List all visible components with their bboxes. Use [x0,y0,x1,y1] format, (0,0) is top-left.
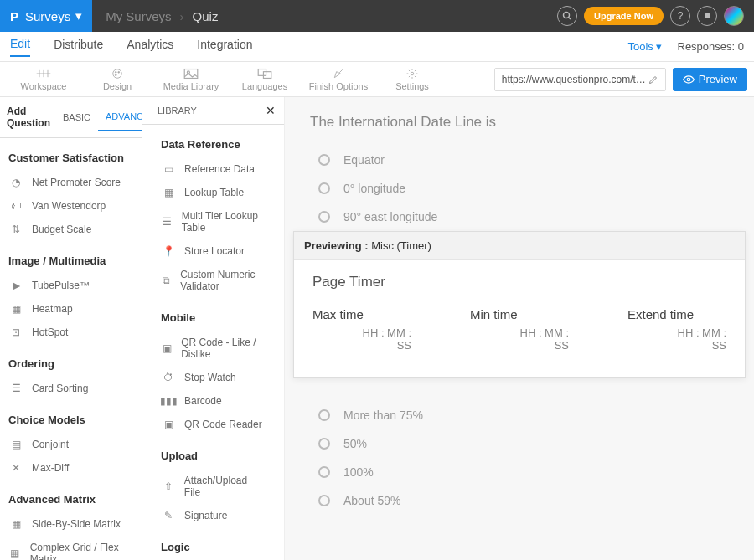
survey-url[interactable]: https://www.questionpro.com/t/AW22ZgMV [494,68,666,91]
signature-icon: ✎ [161,510,176,521]
tag-icon: 🏷 [8,200,23,212]
option-row[interactable]: 0° longitude [302,174,746,203]
cat-image-multimedia: Image / Multimedia [8,254,133,267]
option-label: More than 75% [343,408,423,422]
item-budget-scale[interactable]: ⇅Budget Scale [8,218,133,241]
tool-workspace[interactable]: Workspace [7,68,80,91]
tab-edit[interactable]: Edit [10,37,30,57]
radio-icon[interactable] [318,182,330,194]
radio-icon[interactable] [318,495,330,506]
cards-icon: ☰ [8,383,23,394]
item-maxdiff[interactable]: ✕Max-Diff [8,456,133,480]
item-multi-tier-lookup[interactable]: ☰Multi Tier Lookup Table [161,204,266,239]
breadcrumb: My Surveys › Quiz [92,9,218,23]
tools-icon: ✕ [8,462,23,474]
cat-choice-models: Choice Models [8,414,133,426]
preview-button[interactable]: Preview [673,68,747,91]
tab-analytics[interactable]: Analytics [127,38,173,56]
avatar[interactable] [724,6,744,26]
svg-point-15 [687,78,690,81]
pencil-icon[interactable] [648,74,658,85]
item-qr-like[interactable]: ▣QR Code - Like / Dislike [161,331,266,366]
tab-library[interactable]: LIBRARY [146,97,209,124]
item-van-westendorp[interactable]: 🏷Van Westendorp [8,194,133,218]
tool-media-label: Media Library [163,81,219,91]
item-conjoint[interactable]: ▤Conjoint [8,433,133,456]
option-row[interactable]: 90° east longitude [302,203,746,231]
svg-point-7 [115,71,116,73]
option-row[interactable]: More than 75% [302,401,746,429]
svg-point-14 [411,72,414,75]
video-icon: ▶ [8,280,23,291]
tool-settings-label: Settings [395,81,429,91]
cat-data-reference: Data Reference [161,138,266,151]
gauge-icon: ◔ [8,177,23,188]
item-net-promoter[interactable]: ◔Net Promoter Score [8,171,133,194]
add-question-label: Add Question [0,97,55,137]
item-heatmap[interactable]: ▦Heatmap [8,297,133,321]
upload-icon: ⇧ [161,480,176,492]
svg-rect-12 [258,69,266,75]
search-icon[interactable] [557,6,577,26]
close-icon[interactable]: ✕ [257,104,284,117]
radio-icon[interactable] [318,154,330,166]
tab-basic[interactable]: BASIC [55,104,98,131]
item-signature[interactable]: ✎Signature [161,504,266,527]
radio-icon[interactable] [318,466,330,478]
item-store-locator[interactable]: 📍Store Locator [161,239,266,263]
tool-design[interactable]: Design [80,68,154,91]
svg-point-8 [118,71,120,73]
help-icon[interactable]: ? [670,6,690,26]
tool-settings[interactable]: Settings [375,68,449,91]
max-time-label: Max time [312,307,411,321]
item-lookup-table[interactable]: ▦Lookup Table [161,181,266,204]
question-text: The International Date Line is [310,114,746,131]
bell-icon[interactable] [697,6,717,26]
data-icon: ▭ [161,163,176,175]
tool-design-label: Design [103,81,132,91]
item-barcode[interactable]: ▮▮▮Barcode [161,389,266,413]
brand-surveys[interactable]: P Surveys ▾ [0,0,92,32]
option-row[interactable]: Equator [302,146,746,174]
grid-icon: ▦ [8,547,22,559]
preview-header-label: Previewing : [304,239,369,252]
option-row[interactable]: About 59% [302,486,746,515]
cat-mobile: Mobile [161,311,266,324]
tools-dropdown[interactable]: Tools ▾ [628,40,663,53]
item-qr-reader[interactable]: ▣QR Code Reader [161,413,266,436]
option-row[interactable]: 50% [302,429,746,458]
radio-icon[interactable] [318,211,330,223]
min-time-label: Min time [470,307,569,321]
option-row[interactable]: 100% [302,458,746,486]
tool-languages[interactable]: Languages [228,68,302,91]
tool-workspace-label: Workspace [21,81,67,91]
item-hotspot[interactable]: ⊡HotSpot [8,321,133,344]
option-label: 0° longitude [343,182,405,195]
option-label: 50% [343,437,367,450]
table-icon: ▦ [161,187,176,198]
upgrade-button[interactable]: Upgrade Now [584,7,664,25]
item-complex-grid[interactable]: ▦Complex Grid / Flex Matrix [8,536,133,560]
radio-icon[interactable] [318,438,330,450]
item-reference-data[interactable]: ▭Reference Data [161,157,266,181]
scale-icon: ⇅ [8,223,23,235]
brand-logo-icon: P [10,9,18,23]
radio-icon[interactable] [318,409,330,421]
item-numeric-validator[interactable]: ⧉Custom Numeric Validator [161,263,266,298]
tool-media[interactable]: Media Library [154,68,228,91]
preview-button-label: Preview [699,73,737,85]
svg-point-0 [564,13,570,18]
item-sidebyside[interactable]: ▦Side-By-Side Matrix [8,512,133,536]
heatmap-icon: ▦ [8,303,23,315]
item-card-sorting[interactable]: ☰Card Sorting [8,377,133,400]
item-attach-file[interactable]: ⇧Attach/Upload File [161,469,266,504]
item-tubepulse[interactable]: ▶TubePulse™ [8,274,133,297]
responses-count[interactable]: Responses: 0 [678,40,745,53]
item-stopwatch[interactable]: ⏱Stop Watch [161,366,266,389]
extend-time-format: HH : MM : SS [627,326,726,352]
tool-finish[interactable]: Finish Options [302,68,375,91]
survey-url-text: https://www.questionpro.com/t/AW22ZgMV [502,74,648,85]
tab-integration[interactable]: Integration [197,38,252,56]
tab-distribute[interactable]: Distribute [54,38,103,56]
breadcrumb-root[interactable]: My Surveys [106,9,171,23]
